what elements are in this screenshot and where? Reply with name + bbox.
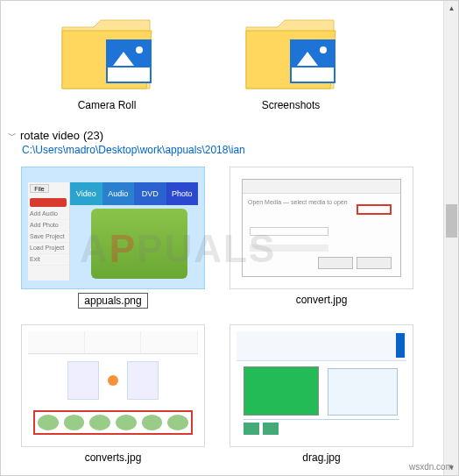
thumbnail [21,324,205,447]
file-item-converts[interactable]: converts.jpg [17,324,209,465]
thumbnail-grid: File Add AudioAdd PhotoSave ProjectLoad … [6,161,444,470]
folder-icon [59,13,155,94]
group-path: C:\Users\madro\Desktop\work\appuals\2018… [22,144,444,156]
group-name: rotate video [20,129,80,142]
folder-label: Screenshots [262,99,321,111]
thumbnail [230,324,413,447]
folders-row: Camera Roll Screenshots [6,6,444,120]
file-item-appuals[interactable]: File Add AudioAdd PhotoSave ProjectLoad … [17,167,209,309]
scroll-thumb[interactable] [446,204,457,238]
chevron-down-icon: ﹀ [8,130,17,142]
svg-point-9 [320,46,327,53]
folder-item-camera-roll[interactable]: Camera Roll [41,13,173,111]
file-item-drag[interactable]: drag.jpg [225,324,418,465]
file-label: appuals.png [78,293,147,309]
scroll-track[interactable] [444,16,458,460]
folder-item-screenshots[interactable]: Screenshots [225,13,357,111]
thumbnail: File Add AudioAdd PhotoSave ProjectLoad … [21,167,205,289]
file-item-convert[interactable]: Open Media — select media to open conver… [225,167,418,309]
file-pane[interactable]: Camera Roll Screenshots ﹀ rotate video (… [1,1,444,475]
file-label: drag.jpg [297,451,345,465]
file-label: converts.jpg [80,451,147,465]
scroll-up-button[interactable]: ▲ [444,1,459,16]
group-count: (23) [83,129,103,142]
thumbnail: Open Media — select media to open [230,167,413,289]
vertical-scrollbar[interactable]: ▲ ▼ [443,1,458,475]
attribution-text: wsxdn.com [409,462,453,472]
folder-icon [243,13,339,94]
svg-point-4 [136,46,143,53]
group-header[interactable]: ﹀ rotate video (23) [8,129,444,142]
folder-label: Camera Roll [78,99,137,111]
file-label: convert.jpg [291,293,353,307]
